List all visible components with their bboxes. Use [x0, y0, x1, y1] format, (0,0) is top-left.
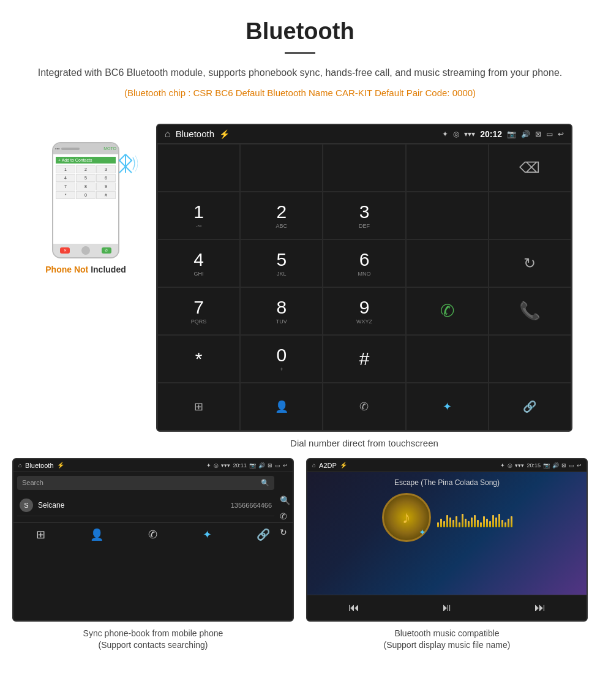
- music-screen: ⌂ A2DP ⚡ ✦ ◎ ▾▾▾ 20:15 📷 🔊 ⊠ ▭ ↩: [306, 458, 588, 622]
- digit-1: 1: [193, 201, 204, 222]
- dialer-display-wide: [406, 144, 489, 192]
- eq-bar: [480, 522, 482, 527]
- music-home-icon[interactable]: ⌂: [312, 462, 316, 469]
- dialer-display-col2: [240, 144, 323, 192]
- dialer-key-6[interactable]: 6 MNO: [323, 239, 405, 287]
- eq-bar: [477, 520, 479, 527]
- play-pause-button[interactable]: ⏯: [441, 601, 452, 614]
- refresh-button[interactable]: ↻: [489, 239, 571, 287]
- digit-6-sub: MNO: [358, 271, 370, 277]
- phonebook-caption: Sync phone-book from mobile phone (Suppo…: [12, 622, 294, 654]
- music-back-icon[interactable]: ↩: [577, 462, 582, 469]
- dialer-empty-r5c4: [406, 335, 489, 383]
- call-button[interactable]: ✆: [406, 287, 489, 335]
- phone-end-button: ✕: [60, 247, 70, 254]
- pb-search-right-icon[interactable]: 🔍: [280, 495, 290, 505]
- phonebook-home-icon[interactable]: ⌂: [18, 462, 22, 469]
- contacts-icon[interactable]: 👤: [240, 383, 323, 431]
- phone-body: ••• MOTO + Add to Contacts 1 2 3 4 5 6 7…: [52, 142, 119, 258]
- car-screen-display: ⌂ Bluetooth ⚡ ✦ ◎ ▾▾▾ 20:12 📷 🔊 ⊠ ▭ ↩: [156, 124, 572, 432]
- digit-8: 8: [276, 297, 287, 318]
- music-sig-icon: ▾▾▾: [515, 462, 524, 469]
- dialer-key-3[interactable]: 3 DEF: [323, 192, 405, 239]
- music-status-right: ✦ ◎ ▾▾▾ 20:15 📷 🔊 ⊠ ▭ ↩: [500, 462, 582, 469]
- phonebook-screenshot-box: ⌂ Bluetooth ⚡ ✦ ◎ ▾▾▾ 20:11 📷 🔊 ⊠ ▭ ↩: [12, 458, 294, 654]
- dialer-key-hash[interactable]: #: [323, 335, 405, 383]
- phone-key-1: 1: [56, 165, 75, 173]
- eq-bar: [501, 520, 503, 527]
- location-icon: ◎: [453, 130, 459, 138]
- contact-name: Seicane: [38, 501, 231, 510]
- pb-call-right-icon[interactable]: ✆: [280, 511, 290, 521]
- dialer-key-5[interactable]: 5 JKL: [240, 239, 323, 287]
- search-placeholder: Search: [22, 479, 43, 486]
- music-stop-icon: ⊠: [561, 462, 566, 469]
- phonebook-title: Bluetooth: [25, 462, 53, 469]
- dialer-key-2[interactable]: 2 ABC: [240, 192, 323, 239]
- eq-bar: [486, 519, 488, 527]
- dialer-key-8[interactable]: 8 TUV: [240, 287, 323, 335]
- eq-bar: [471, 517, 473, 527]
- end-call-button[interactable]: 📞: [489, 287, 571, 335]
- dialer-key-4[interactable]: 4 GHI: [157, 239, 240, 287]
- header-divider: [285, 52, 315, 54]
- dialer-key-7[interactable]: 7 PQRS: [157, 287, 240, 335]
- eq-bar: [483, 516, 485, 527]
- eq-bar: [492, 515, 494, 527]
- search-bar[interactable]: Search 🔍: [17, 476, 274, 490]
- dialer-key-9[interactable]: 9 WXYZ: [323, 287, 405, 335]
- pb-link-icon[interactable]: 🔗: [257, 528, 270, 541]
- home-icon[interactable]: ⌂: [165, 129, 171, 140]
- dialer-key-0[interactable]: 0 +: [240, 335, 323, 383]
- digit-3-sub: DEF: [359, 223, 370, 229]
- page-title: Bluetooth: [37, 18, 563, 45]
- back-icon[interactable]: ↩: [558, 130, 564, 138]
- music-loc-icon: ◎: [508, 462, 512, 469]
- eq-bar: [474, 515, 476, 527]
- phonebook-vol-icon: 🔊: [258, 462, 265, 469]
- phonebook-loc-icon: ◎: [214, 462, 219, 469]
- usb-icon: ⚡: [219, 129, 230, 139]
- music-status-bar: ⌂ A2DP ⚡ ✦ ◎ ▾▾▾ 20:15 📷 🔊 ⊠ ▭ ↩: [307, 459, 587, 472]
- camera-icon[interactable]: 📷: [507, 130, 516, 138]
- phone-not-text: Phone Not: [45, 265, 91, 274]
- pb-bt-icon[interactable]: ✦: [203, 528, 212, 541]
- stop-icon[interactable]: ⊠: [535, 130, 541, 138]
- keypad-icon[interactable]: ⊞: [157, 383, 240, 431]
- backspace-button[interactable]: ⌫: [489, 144, 571, 192]
- music-caption-line1: Bluetooth music compatible: [394, 628, 499, 638]
- digit-hash: #: [359, 348, 370, 369]
- bluetooth-nav-icon[interactable]: ✦: [406, 383, 489, 431]
- next-button[interactable]: ⏭: [534, 601, 546, 614]
- window-icon[interactable]: ▭: [546, 130, 553, 138]
- phone-icon[interactable]: ✆: [323, 383, 405, 431]
- search-icon[interactable]: 🔍: [261, 479, 269, 487]
- eq-bar: [495, 517, 497, 527]
- bluetooth-icon: ✦: [442, 130, 448, 138]
- pb-refresh-right-icon[interactable]: ↻: [280, 527, 290, 537]
- dialer-display-col3: [323, 144, 405, 192]
- volume-icon[interactable]: 🔊: [521, 130, 530, 138]
- music-screenshot-box: ⌂ A2DP ⚡ ✦ ◎ ▾▾▾ 20:15 📷 🔊 ⊠ ▭ ↩: [306, 458, 588, 654]
- dialer-key-1[interactable]: 1 ·∾: [157, 192, 240, 239]
- digit-2: 2: [276, 201, 287, 222]
- pb-contacts-icon[interactable]: 👤: [90, 528, 103, 541]
- dialer-empty-r2c4: [406, 192, 489, 239]
- phone-home-button: [81, 246, 90, 255]
- pb-phone-icon[interactable]: ✆: [148, 528, 157, 541]
- music-title-bar: A2DP: [319, 462, 337, 469]
- settings-nav-icon[interactable]: 🔗: [489, 383, 571, 431]
- music-usb-icon: ⚡: [340, 462, 347, 469]
- status-bar-left: ⌂ Bluetooth ⚡: [165, 129, 230, 140]
- pb-keypad-icon[interactable]: ⊞: [36, 528, 45, 541]
- bottom-screenshots: ⌂ Bluetooth ⚡ ✦ ◎ ▾▾▾ 20:11 📷 🔊 ⊠ ▭ ↩: [0, 458, 600, 654]
- digit-8-sub: TUV: [276, 318, 287, 325]
- car-status-bar: ⌂ Bluetooth ⚡ ✦ ◎ ▾▾▾ 20:12 📷 🔊 ⊠ ▭ ↩: [157, 125, 571, 144]
- dialer-key-star[interactable]: *: [157, 335, 240, 383]
- eq-bar: [459, 522, 460, 527]
- prev-button[interactable]: ⏮: [348, 601, 359, 614]
- music-cam-icon: 📷: [543, 462, 550, 469]
- digit-9: 9: [359, 297, 370, 318]
- phonebook-back-icon[interactable]: ↩: [283, 462, 288, 469]
- dialer-display-col1: [157, 144, 240, 192]
